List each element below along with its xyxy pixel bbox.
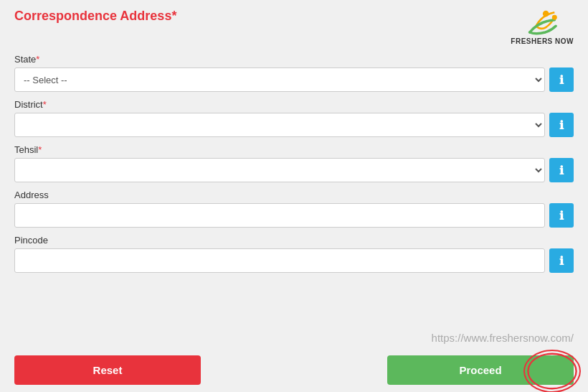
pincode-input-group: ℹ xyxy=(14,248,574,273)
freshers-now-logo-icon xyxy=(523,9,561,37)
address-input-group: ℹ xyxy=(14,203,574,228)
district-row: District* ℹ xyxy=(14,99,574,137)
proceed-button-wrapper: Proceed xyxy=(387,355,574,385)
tehsil-label: Tehsil* xyxy=(14,144,574,155)
svg-point-1 xyxy=(552,15,557,20)
logo-text: FRESHERS NOW xyxy=(511,37,574,45)
tehsil-row: Tehsil* ℹ xyxy=(14,144,574,182)
address-row: Address ℹ xyxy=(14,190,574,228)
state-info-button[interactable]: ℹ xyxy=(549,67,574,92)
district-info-button[interactable]: ℹ xyxy=(549,113,574,137)
form-area: State* -- Select -- ℹ District* ℹ xyxy=(0,50,588,329)
address-input[interactable] xyxy=(14,203,545,228)
state-label: State* xyxy=(14,54,574,65)
tehsil-input-group: ℹ xyxy=(14,158,574,182)
state-row: State* -- Select -- ℹ xyxy=(14,54,574,92)
page-title: Correspondence Address* xyxy=(14,9,176,24)
reset-button[interactable]: Reset xyxy=(14,355,201,385)
state-input-group: -- Select -- ℹ xyxy=(14,67,574,92)
tehsil-select[interactable] xyxy=(14,158,545,182)
header: Correspondence Address* FRESHERS NOW xyxy=(0,0,588,50)
pincode-label: Pincode xyxy=(14,235,574,246)
pincode-input[interactable] xyxy=(14,248,545,273)
pincode-row: Pincode ℹ xyxy=(14,235,574,273)
address-info-button[interactable]: ℹ xyxy=(549,203,574,228)
page-container: Correspondence Address* FRESHERS NOW xyxy=(0,0,588,392)
logo-area: FRESHERS NOW xyxy=(511,9,574,45)
state-select[interactable]: -- Select -- xyxy=(14,67,545,92)
watermark: https://www.freshersnow.com/ xyxy=(0,329,588,348)
tehsil-info-button[interactable]: ℹ xyxy=(549,158,574,182)
footer: Reset Proceed xyxy=(0,348,588,392)
address-label: Address xyxy=(14,190,574,200)
district-input-group: ℹ xyxy=(14,113,574,137)
district-select[interactable] xyxy=(14,113,545,137)
district-label: District* xyxy=(14,99,574,110)
proceed-button[interactable]: Proceed xyxy=(387,355,574,385)
pincode-info-button[interactable]: ℹ xyxy=(549,248,574,273)
